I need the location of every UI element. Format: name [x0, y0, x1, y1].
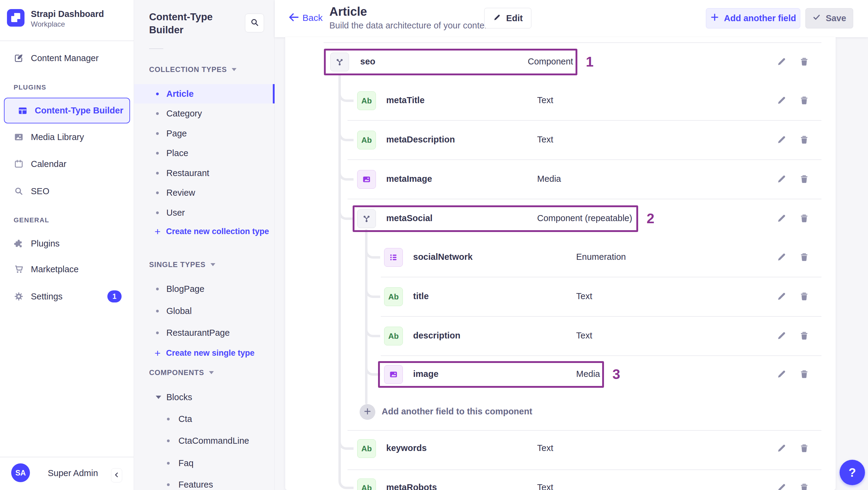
sidebar-item-category[interactable]: Category [134, 104, 275, 123]
sidebar-item-user[interactable]: User [134, 203, 275, 222]
search-icon [250, 18, 259, 28]
tree-connector-elbow [338, 204, 353, 220]
help-button[interactable]: ? [840, 460, 865, 485]
settings-notification-badge: 1 [107, 290, 122, 303]
page-title: Article [329, 5, 367, 19]
edit-field-button[interactable] [776, 291, 788, 303]
add-field-to-component-button[interactable] [360, 404, 375, 420]
edit-field-button[interactable] [776, 56, 788, 68]
sidebar-item-cta[interactable]: Cta [134, 409, 275, 429]
edit-field-button[interactable] [776, 482, 788, 490]
annotation-number-3: 3 [613, 366, 620, 382]
sidebar-item-seo[interactable]: SEO [0, 181, 134, 202]
save-button[interactable]: Save [805, 8, 853, 28]
sidebar-item-review[interactable]: Review [134, 183, 275, 202]
create-new-collection-type-link[interactable]: +Create new collection type [134, 222, 275, 241]
collection-types-header[interactable]: COLLECTION TYPES [149, 65, 237, 74]
seo-search-icon [13, 186, 24, 196]
sidebar-item-label: Restaurant [166, 168, 209, 178]
field-type: Text [537, 443, 553, 453]
collapse-sidebar-button[interactable] [111, 468, 122, 483]
edit-button[interactable]: Edit [484, 8, 531, 28]
sidebar-item-label: User [166, 208, 185, 218]
arrow-left-icon [288, 11, 300, 24]
add-field-to-component-label[interactable]: Add another field to this component [382, 406, 532, 417]
edit-field-button[interactable] [776, 213, 788, 225]
add-another-field-button[interactable]: Add another field [706, 8, 800, 28]
sidebar-item-blogpage[interactable]: BlogPage [134, 279, 275, 299]
sidebar-item-article[interactable]: Article [134, 84, 275, 103]
trash-icon [799, 482, 810, 490]
row-divider [323, 42, 822, 43]
delete-field-button[interactable] [798, 330, 810, 342]
calendar-icon [13, 159, 24, 169]
tree-connector-elbow [338, 125, 353, 141]
field-type: Media [537, 174, 561, 184]
bullet-icon [156, 132, 159, 135]
section-label-plugins: PLUGINS [13, 84, 46, 91]
create-new-single-type-link[interactable]: +Create new single type [134, 344, 275, 362]
edit-field-button[interactable] [776, 442, 788, 455]
field-name: metaImage [386, 174, 432, 184]
sidebar-item-faq[interactable]: Faq [134, 453, 275, 473]
delete-field-button[interactable] [798, 56, 810, 68]
delete-field-button[interactable] [798, 95, 810, 107]
edit-field-button[interactable] [776, 330, 788, 342]
sidebar-item-place[interactable]: Place [134, 143, 275, 163]
search-button[interactable] [245, 13, 264, 32]
sidebar-item-restaurant[interactable]: Restaurant [134, 163, 275, 183]
sidebar-item-page[interactable]: Page [134, 124, 275, 143]
pencil-icon [776, 173, 787, 185]
bullet-icon [156, 310, 159, 312]
delete-field-button[interactable] [798, 482, 810, 490]
row-divider [347, 120, 822, 121]
strapi-logo-glyph [11, 13, 20, 22]
content-manager-icon [13, 53, 24, 63]
edit-field-button[interactable] [776, 134, 788, 146]
text-field-icon-glyph: Ab [388, 292, 399, 302]
avatar[interactable]: SA [11, 463, 30, 482]
edit-field-button[interactable] [776, 251, 788, 264]
plus-icon [710, 13, 719, 24]
bullet-icon [156, 191, 159, 194]
field-type: Enumeration [576, 252, 626, 262]
edit-field-button[interactable] [776, 95, 788, 107]
sidebar-item-calendar[interactable]: Calendar [0, 154, 134, 174]
text-field-icon: Ab [384, 287, 403, 306]
components-header[interactable]: COMPONENTS [149, 368, 214, 377]
trash-icon [799, 134, 810, 146]
field-name: socialNetwork [413, 252, 473, 262]
delete-field-button[interactable] [798, 291, 810, 303]
edit-field-button[interactable] [776, 173, 788, 185]
bullet-icon [167, 462, 170, 465]
delete-field-button[interactable] [798, 442, 810, 455]
delete-field-button[interactable] [798, 134, 810, 146]
edit-field-button[interactable] [776, 368, 788, 380]
pencil-icon [776, 291, 787, 303]
sidebar-item-ctacommandline[interactable]: CtaCommandLine [134, 431, 275, 450]
sidebar-item-global[interactable]: Global [134, 301, 275, 320]
sidebar-item-restaurantpage[interactable]: RestaurantPage [134, 323, 275, 342]
text-field-icon-glyph: Ab [388, 332, 399, 341]
back-button[interactable]: Back [288, 11, 323, 24]
sidebar-item-features[interactable]: Features [134, 475, 275, 490]
sidebar-item-content-manager[interactable]: Content Manager [0, 48, 134, 68]
sidebar-item-media-library[interactable]: Media Library [0, 127, 134, 147]
sidebar-item-label: Place [166, 148, 188, 158]
sidebar-item-marketplace[interactable]: Marketplace [0, 259, 134, 279]
sidebar-item-label: BlogPage [166, 284, 205, 294]
delete-field-button[interactable] [798, 368, 810, 380]
component-group-blocks[interactable]: Blocks [134, 388, 275, 407]
sidebar-item-content-type-builder[interactable]: Content-Type Builder [4, 98, 130, 123]
content-type-builder-sidebar: Content-Type Builder COLLECTION TYPES 7 … [134, 0, 275, 490]
trash-icon [799, 173, 810, 185]
delete-field-button[interactable] [798, 213, 810, 225]
strapi-logo [7, 9, 25, 27]
content-type-builder-icon [18, 105, 28, 116]
sidebar-item-plugins[interactable]: Plugins [0, 233, 134, 254]
chevron-down-icon [209, 371, 214, 374]
delete-field-button[interactable] [798, 173, 810, 185]
delete-field-button[interactable] [798, 251, 810, 264]
single-types-header[interactable]: SINGLE TYPES [149, 261, 215, 269]
plus-icon [363, 407, 372, 417]
